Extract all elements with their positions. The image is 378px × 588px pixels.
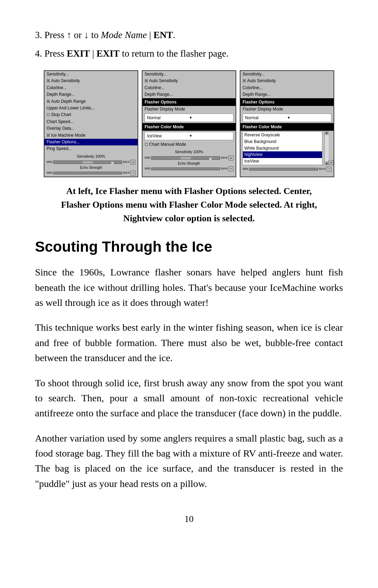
right-scrollbar-track [325,135,329,162]
right-scrollbar[interactable]: ▲ ▼ [324,131,329,166]
screenshots-row: Sensitivity... Auto Sensitivity Colorlin… [35,70,343,177]
left-echo-max: MAX [123,171,130,175]
center-sensitivity: Sensitivity... [142,71,236,78]
left-depth-range: Depth Range... [44,91,138,98]
right-iceview[interactable]: IceView [243,158,322,165]
left-sensitivity: Sensitivity... [44,71,138,78]
right-nightview[interactable]: Nightview [243,151,322,158]
section-heading: Scouting Through the Ice [35,236,343,258]
instruction-3: 3. Press ↑ or ↓ to Mode Name | ENT. [35,28,343,42]
center-plus-button[interactable]: + [229,156,233,160]
center-echo-min: MIN [145,166,150,171]
left-slider-max: MAX [123,160,130,165]
left-ping-speed: Ping Speed... [44,145,138,152]
left-minus-button[interactable]: − [131,171,135,175]
center-slider-bar[interactable]: |||||||||||||||| ✕ [151,156,220,160]
center-sensitivity-label: Sensitivity 100% [144,149,234,155]
left-overlay-data: Overlay Data... [44,125,138,132]
left-chart-speed: Chart Speed... [44,119,138,125]
center-echo-max: MAX [221,166,228,171]
center-color-dropdown-arrow: ▼ [189,133,231,138]
caption-line3: Nightview color option is selected. [35,211,343,225]
right-auto-sensitivity: Auto Sensitivity [240,78,334,84]
right-scrollbar-down[interactable]: ▼ [325,162,329,166]
right-blue-background[interactable]: Blue Background [243,138,322,145]
center-color-mode-value: IceView [147,133,189,139]
left-upper-lower: Upper And Lower Limits... [44,105,138,112]
paragraph-1: Since the 1960s, Lowrance flasher sonars… [35,265,343,310]
center-display-dropdown-arrow: ▼ [189,115,231,120]
center-minus-button[interactable]: − [229,166,233,171]
center-panel: Sensitivity... Auto Sensitivity Colorlin… [142,70,236,177]
left-sensitivity-label: Sensitivity 100% [46,153,136,160]
right-list-plus-button[interactable]: + [329,160,334,165]
right-display-dropdown-arrow: ▼ [287,115,329,120]
center-display-mode-dropdown[interactable]: Normal ▼ [145,114,233,122]
center-echo-bar[interactable] [151,167,220,170]
right-sensitivity: Sensitivity... [240,71,334,78]
left-auto-sensitivity: Auto Sensitivity [44,78,138,84]
right-color-list-container: Reverse Grayscale Blue Background White … [240,131,334,166]
left-echo-label: Echo Strength [46,165,136,170]
center-slider-min: MIN [145,156,150,160]
right-display-mode-label: Flasher Display Mode [240,106,334,113]
center-display-mode-value: Normal [147,115,189,121]
paragraph-3: To shoot through solid ice, first brush … [35,375,343,421]
left-plus-button[interactable]: + [131,160,135,165]
paragraph-4: Another variation used by some anglers r… [35,431,343,492]
center-depth-range: Depth Range... [142,91,236,98]
instruction-4: 4. Press EXIT | EXIT to return to the fl… [35,46,343,61]
paragraph-2: This technique works best early in the w… [35,320,343,365]
right-scrollbar-up[interactable]: ▲ [325,131,329,135]
right-colorline: Colorline... [240,85,334,91]
caption-line1: At left, Ice Flasher menu with Flasher O… [35,184,343,198]
left-slider-bar[interactable]: |||||||||||||||| ✕ [53,160,122,164]
center-color-mode-header: Flasher Color Mode [142,123,236,131]
page-number: 10 [35,512,343,526]
left-echo-bar[interactable] [53,172,122,174]
center-echo-label: Echo Strength [144,161,234,166]
right-color-list[interactable]: Reverse Grayscale Blue Background White … [243,131,322,165]
left-flasher-options[interactable]: Flasher Options... [44,139,138,145]
right-display-mode-value: Normal [245,115,287,121]
right-minus-button[interactable]: − [327,167,331,172]
screenshots-caption: At left, Ice Flasher menu with Flasher O… [35,184,343,225]
right-white-background[interactable]: White Background [243,145,322,152]
center-slider-max: MAX [221,156,228,160]
center-auto-sensitivity: Auto Sensitivity [142,78,236,84]
right-color-mode-header: Flasher Color Mode [240,123,334,131]
right-echo-max: MAX [319,167,326,172]
right-reverse-grayscale[interactable]: Reverse Grayscale [243,132,322,138]
right-panel: Sensitivity... Auto Sensitivity Colorlin… [240,70,334,177]
center-chart-manual[interactable]: Chart Manual Mode [142,141,236,148]
caption-line2: Flasher Options menu with Flasher Color … [35,198,343,211]
right-flasher-options-header: Flasher Options [240,98,334,106]
left-ice-machine: Ice Machine Mode [44,132,138,139]
left-colorline: Colorline... [44,85,138,91]
right-depth-range: Depth Range... [240,91,334,98]
left-slider-min: MIN [47,160,52,165]
left-auto-depth: Auto Depth Range [44,98,138,105]
right-display-mode-dropdown[interactable]: Normal ▼ [243,114,331,122]
center-flasher-options-header: Flasher Options [142,98,236,106]
center-colorline: Colorline... [142,85,236,91]
center-color-mode-dropdown[interactable]: IceView ▼ [145,132,233,140]
left-stop-chart: Stop Chart [44,112,138,118]
right-echo-min: MIN [243,167,248,172]
center-display-mode-label: Flasher Display Mode [142,106,236,113]
right-echo-bar[interactable] [249,168,318,171]
left-panel: Sensitivity... Auto Sensitivity Colorlin… [44,70,138,177]
left-echo-min: MIN [47,171,52,175]
